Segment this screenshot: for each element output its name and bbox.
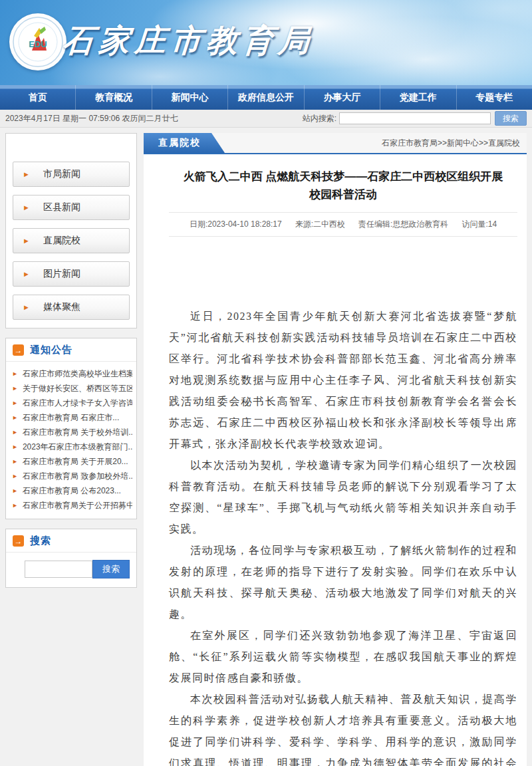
sidebar-search-button[interactable]: 搜索: [92, 560, 130, 578]
notice-link[interactable]: ►石家庄市教育局 关于开展20...: [12, 454, 132, 469]
orange-arrow-icon: →: [13, 535, 24, 547]
sidebar-news-nav-list: ► 市局新闻 ► 区县新闻 ► 直属院校 ► 图片新闻: [6, 154, 136, 328]
bullet-arrow-icon: ►: [12, 498, 18, 513]
nav-item-special-columns[interactable]: 专题专栏: [457, 85, 532, 110]
notices-header: → 通知公告: [6, 338, 136, 362]
section-tab-bar: 直属院校 石家庄市教育局>>新闻中心>>直属院校: [144, 133, 527, 154]
article: 火箭飞入二中西 点燃航天科技梦——石家庄二中西校区组织开展校园科普活动 日期:2…: [144, 168, 527, 766]
article-paragraph: 在室外展区，同学们还兴致勃勃地参观了海洋卫星、宇宙返回舱、“长征”系列运载火箭等…: [169, 625, 517, 689]
sidebar-news-nav-title: 新闻中心: [6, 134, 136, 154]
article-body: 近日，2023年全国青少年航天创新大赛河北省选拔赛暨“梦航天”河北省航天科技创新…: [169, 306, 517, 766]
arrow-right-icon: ►: [23, 237, 30, 245]
article-paragraph: 近日，2023年全国青少年航天创新大赛河北省选拔赛暨“梦航天”河北省航天科技创新…: [169, 306, 517, 455]
article-paragraph: 本次校园科普活动对弘扬载人航天精神、普及航天知识，提高学生的科学素养，促进学校创…: [169, 689, 517, 766]
article-paragraph: 以本次活动为契机，学校邀请专家为同学们精心组织了一次校园科普教育活动。在航天科技…: [169, 455, 517, 540]
notices-title: 通知公告: [30, 344, 72, 356]
article-meta: 日期:2023-04-10 18:28:17 来源:二中西校 责任编辑:思想政治…: [169, 212, 517, 237]
sidebar-search-box: → 搜索 搜索: [5, 529, 137, 588]
notice-text: 石家庄市教育局 致参加校外培...: [23, 469, 132, 483]
bullet-arrow-icon: ►: [12, 396, 18, 410]
article-visits: 访问量:14: [462, 219, 497, 230]
content-area: 新闻中心 ► 市局新闻 ► 区县新闻 ► 直属院校 ►: [0, 128, 532, 766]
notice-text: 石家庄市教育局 公布2023...: [23, 483, 121, 498]
orange-arrow-icon: →: [13, 344, 24, 356]
notice-text: 石家庄市教育局关于公开招募中小...: [23, 498, 132, 513]
sidebar-notices-box: → 通知公告 ►石家庄市师范类高校毕业生档案邮... ►关于做好长安区、桥西区等…: [5, 338, 137, 519]
education-bureau-logo-icon: EDU: [12, 16, 64, 68]
article-date: 日期:2023-04-10 18:28:17: [190, 219, 282, 230]
main-pane: 直属院校 石家庄市教育局>>新闻中心>>直属院校 火箭飞入二中西 点燃航天科技梦…: [144, 133, 527, 766]
notice-text: 石家庄市师范类高校毕业生档案邮...: [23, 366, 132, 381]
bullet-arrow-icon: ►: [12, 366, 18, 381]
nav-item-gov-info[interactable]: 政府信息公开: [228, 85, 304, 110]
sidebar-search-row: 搜索: [6, 553, 136, 587]
article-editor: 责任编辑:思想政治教育科: [358, 219, 448, 230]
tab-affiliated-schools[interactable]: 直属院校: [144, 133, 225, 153]
notice-link[interactable]: ►石家庄市人才绿卡子女入学咨询电...: [12, 396, 132, 410]
nav-item-news[interactable]: 新闻中心: [152, 85, 228, 110]
bullet-arrow-icon: ►: [12, 410, 18, 425]
article-paragraph: 活动现场，各位同学与专家积极互动，了解纸火箭制作的过程和发射的原理，在老师的指导…: [169, 540, 517, 625]
sidebar-search-header: → 搜索: [6, 529, 136, 553]
arrow-right-icon: ►: [23, 270, 30, 278]
notice-link[interactable]: ►关于做好长安区、桥西区等五区2...: [12, 381, 132, 396]
page: EDU 石家庄市教育局 首页 教育概况 新闻中心 政府信息公开 办事大厅 党建工…: [0, 0, 532, 766]
notice-link[interactable]: ►2023年石家庄市本级教育部门...: [12, 440, 132, 454]
site-logo: EDU: [9, 13, 66, 70]
bullet-arrow-icon: ►: [12, 483, 18, 498]
sidebar-item-city-news[interactable]: ► 市局新闻: [13, 162, 130, 187]
notice-link[interactable]: ►石家庄市教育局 公布2023...: [12, 483, 132, 498]
sidebar-item-district-news[interactable]: ► 区县新闻: [13, 195, 130, 220]
nav-item-home[interactable]: 首页: [0, 85, 76, 110]
sidebar-item-affiliated-schools[interactable]: ► 直属院校: [13, 228, 130, 253]
bullet-arrow-icon: ►: [12, 381, 18, 396]
notice-link[interactable]: ►石家庄市教育局 关于校外培训...: [12, 425, 132, 440]
notice-link[interactable]: ►石家庄市师范类高校毕业生档案邮...: [12, 366, 132, 381]
site-search-label: 站内搜索:: [303, 113, 336, 124]
bullet-arrow-icon: ►: [12, 425, 18, 440]
site-search-input[interactable]: [339, 112, 491, 124]
sidebar-item-label: 直属院校: [43, 235, 80, 247]
datetime-text: 2023年4月17日 星期一 07:59:06 农历闰二月廿七: [5, 113, 178, 124]
notice-text: 石家庄市教育局 关于开展20...: [23, 454, 128, 469]
notice-link[interactable]: ►石家庄市教育局关于公开招募中小...: [12, 498, 132, 513]
sidebar-item-label: 区县新闻: [43, 201, 80, 213]
notice-text: 石家庄市教育局 石家庄市...: [23, 410, 119, 425]
sidebar-item-label: 图片新闻: [43, 268, 80, 280]
arrow-right-icon: ►: [23, 203, 30, 211]
notice-text: 2023年石家庄市本级教育部门...: [23, 440, 132, 454]
notice-list: ►石家庄市师范类高校毕业生档案邮... ►关于做好长安区、桥西区等五区2... …: [6, 362, 136, 519]
sidebar-item-photo-news[interactable]: ► 图片新闻: [13, 261, 130, 287]
sidebar-item-media-focus[interactable]: ► 媒体聚焦: [13, 295, 130, 320]
article-title: 火箭飞入二中西 点燃航天科技梦——石家庄二中西校区组织开展校园科普活动: [181, 168, 505, 203]
main-navigation: 首页 教育概况 新闻中心 政府信息公开 办事大厅 党建工作 专题专栏: [0, 85, 532, 110]
nav-item-party-building[interactable]: 党建工作: [380, 85, 456, 110]
bullet-arrow-icon: ►: [12, 454, 18, 469]
sidebar: 新闻中心 ► 市局新闻 ► 区县新闻 ► 直属院校 ►: [5, 133, 137, 597]
site-search-button[interactable]: 搜索: [495, 111, 527, 126]
arrow-right-icon: ►: [23, 170, 30, 178]
arrow-right-icon: ►: [23, 303, 30, 311]
notice-link[interactable]: ►石家庄市教育局 石家庄市...: [12, 410, 132, 425]
notice-text: 石家庄市教育局 关于校外培训...: [23, 425, 132, 440]
info-bar: 2023年4月17日 星期一 07:59:06 农历闰二月廿七 站内搜索: 搜索: [0, 110, 532, 128]
sidebar-search-title: 搜索: [30, 535, 51, 547]
notice-text: 石家庄市人才绿卡子女入学咨询电...: [23, 396, 132, 410]
sidebar-news-nav-box: 新闻中心 ► 市局新闻 ► 区县新闻 ► 直属院校 ►: [5, 133, 137, 328]
nav-item-service-hall[interactable]: 办事大厅: [305, 85, 380, 110]
svg-text:EDU: EDU: [29, 39, 47, 49]
sidebar-item-label: 媒体聚焦: [43, 301, 80, 313]
site-banner: EDU 石家庄市教育局: [0, 0, 532, 85]
sidebar-item-label: 市局新闻: [43, 168, 80, 180]
article-source: 来源:二中西校: [295, 219, 345, 230]
sidebar-search-input[interactable]: [25, 561, 92, 578]
notice-link[interactable]: ►石家庄市教育局 致参加校外培...: [12, 469, 132, 483]
notice-text: 关于做好长安区、桥西区等五区2...: [23, 381, 132, 396]
nav-item-overview[interactable]: 教育概况: [76, 85, 152, 110]
site-title: 石家庄市教育局: [61, 20, 315, 62]
breadcrumb[interactable]: 石家庄市教育局>>新闻中心>>直属院校: [382, 138, 527, 149]
bullet-arrow-icon: ►: [12, 469, 18, 483]
bullet-arrow-icon: ►: [12, 440, 18, 454]
